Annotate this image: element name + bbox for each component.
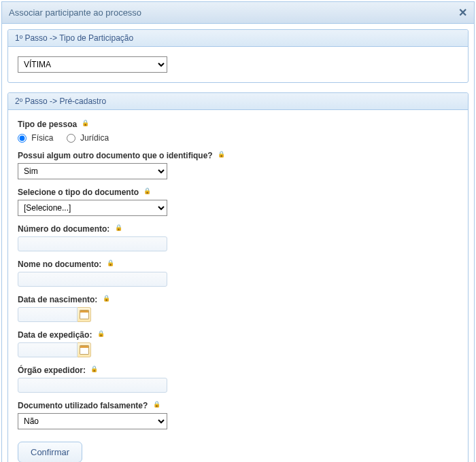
close-icon[interactable]: ✕ — [458, 6, 467, 19]
associate-participant-dialog: Associar participante ao processo ✕ 1º P… — [1, 1, 475, 462]
birth-date-input[interactable] — [18, 307, 78, 322]
issue-date-group: Data de expedição: — [18, 330, 458, 357]
has-other-doc-group: Possui algum outro documento que o ident… — [18, 151, 458, 179]
lock-icon — [143, 190, 149, 196]
person-type-label: Tipo de pessoa — [18, 120, 458, 129]
calendar-icon[interactable] — [78, 307, 91, 322]
step1-panel: 1º Passo -> Tipo de Participação VÍTIMA — [7, 29, 469, 83]
doc-number-label: Número do documento: — [18, 224, 458, 234]
calendar-icon[interactable] — [78, 342, 91, 357]
falsely-used-select[interactable]: Não — [18, 413, 167, 429]
doc-type-select[interactable]: [Selecione...] — [18, 200, 167, 216]
dialog-body: 1º Passo -> Tipo de Participação VÍTIMA … — [2, 24, 474, 462]
step2-body: Tipo de pessoa Física Jurídica — [8, 110, 468, 462]
issuer-group: Órgão expedidor: — [18, 366, 458, 393]
doc-number-input[interactable] — [18, 236, 167, 251]
doc-type-group: Selecione o tipo do documento [Selecione… — [18, 188, 458, 216]
lock-icon — [218, 153, 223, 160]
birth-date-group: Data de nascimento: — [18, 295, 458, 322]
birth-date-label: Data de nascimento: — [18, 295, 458, 304]
falsely-used-group: Documento utilizado falsamente? Não — [18, 401, 458, 429]
person-type-group: Tipo de pessoa Física Jurídica — [18, 120, 458, 143]
dialog-title: Associar participante ao processo — [9, 7, 141, 18]
lock-icon — [82, 122, 87, 128]
doc-name-group: Nome no documento: — [18, 260, 458, 287]
has-other-doc-label: Possui algum outro documento que o ident… — [18, 151, 458, 160]
issuer-label: Órgão expedidor: — [18, 366, 458, 375]
lock-icon — [153, 403, 158, 410]
lock-icon — [90, 368, 96, 374]
issue-date-label: Data de expedição: — [18, 330, 458, 340]
dialog-header: Associar participante ao processo ✕ — [2, 2, 474, 24]
doc-number-group: Número do documento: — [18, 224, 458, 251]
issue-date-input[interactable] — [18, 342, 78, 357]
radio-fisica[interactable] — [18, 134, 27, 143]
step2-header: 2º Passo -> Pré-cadastro — [8, 93, 468, 110]
issuer-input[interactable] — [18, 378, 167, 393]
person-type-radios: Física Jurídica — [18, 133, 458, 143]
lock-icon — [103, 297, 108, 304]
radio-fisica-label[interactable]: Física — [18, 133, 56, 143]
falsely-used-label: Documento utilizado falsamente? — [18, 401, 458, 410]
doc-name-input[interactable] — [18, 272, 167, 287]
step2-panel: 2º Passo -> Pré-cadastro Tipo de pessoa … — [7, 92, 469, 462]
has-other-doc-select[interactable]: Sim — [18, 163, 167, 179]
lock-icon — [97, 332, 103, 339]
lock-icon — [115, 226, 120, 233]
lock-icon — [107, 262, 112, 268]
step1-body: VÍTIMA — [8, 47, 468, 82]
step1-header: 1º Passo -> Tipo de Participação — [8, 30, 468, 47]
doc-name-label: Nome no documento: — [18, 260, 458, 269]
doc-type-label: Selecione o tipo do documento — [18, 188, 458, 197]
radio-juridica[interactable] — [67, 134, 75, 143]
radio-juridica-label[interactable]: Jurídica — [67, 133, 109, 143]
confirm-button[interactable]: Confirmar — [18, 442, 82, 462]
participation-type-select[interactable]: VÍTIMA — [18, 56, 167, 73]
